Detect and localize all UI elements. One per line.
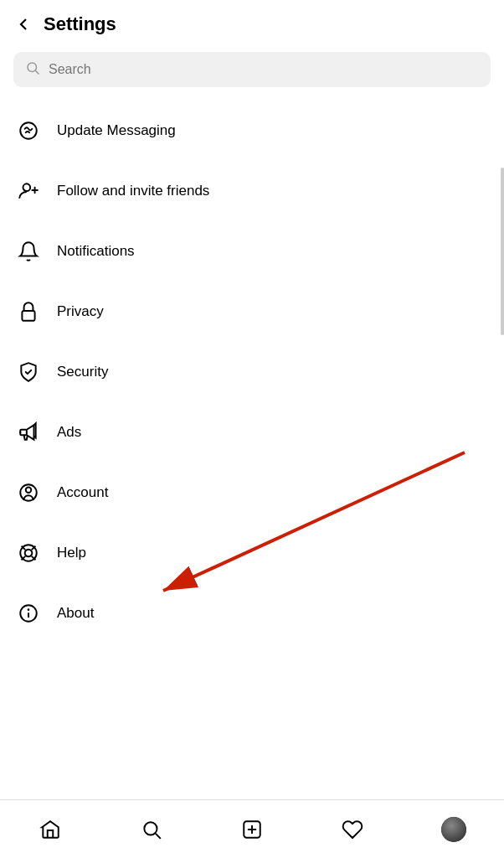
settings-item-help[interactable]: Help [0,523,504,583]
avatar [441,817,466,842]
nav-heart[interactable] [327,809,378,850]
bell-icon [13,236,44,266]
add-person-icon [13,176,44,206]
settings-item-notifications[interactable]: Notifications [0,221,504,282]
svg-point-3 [23,183,31,191]
svg-point-2 [20,122,37,139]
settings-item-update-messaging[interactable]: Update Messaging [0,101,504,161]
settings-item-privacy[interactable]: Privacy [0,282,504,342]
settings-item-label: Security [57,364,108,380]
svg-rect-7 [20,430,27,436]
settings-item-label: Account [57,484,108,501]
scrollbar [501,168,504,335]
info-circle-icon [13,598,44,628]
home-icon [39,819,61,840]
header: Settings [0,0,504,45]
settings-item-account[interactable]: Account [0,463,504,523]
settings-list: Update Messaging Follow and invite frien… [0,101,504,644]
search-icon [25,60,40,79]
settings-item-about[interactable]: About [0,583,504,644]
svg-point-9 [26,488,32,494]
svg-rect-6 [22,311,34,321]
nav-search[interactable] [126,809,177,850]
settings-item-label: Follow and invite friends [57,183,209,199]
settings-item-label: Privacy [57,303,104,320]
add-icon [241,819,263,840]
page-title: Settings [44,13,116,35]
lock-icon [13,297,44,327]
settings-item-label: Notifications [57,243,135,260]
search-bar[interactable] [13,52,491,87]
settings-item-label: Update Messaging [57,122,176,139]
nav-add[interactable] [227,809,277,850]
heart-icon [342,819,363,840]
svg-line-1 [35,70,39,74]
person-circle-icon [13,478,44,508]
settings-item-security[interactable]: Security [0,342,504,402]
lifebuoy-icon [13,538,44,568]
nav-profile[interactable] [429,809,479,850]
settings-item-follow-invite-friends[interactable]: Follow and invite friends [0,161,504,221]
svg-line-22 [155,833,160,838]
messaging-icon [13,116,44,146]
nav-home[interactable] [25,809,75,850]
settings-item-ads[interactable]: Ads [0,402,504,463]
back-button[interactable] [13,14,33,34]
search-input[interactable] [49,62,479,77]
search-nav-icon [141,819,162,840]
svg-point-21 [144,822,157,835]
settings-item-label: Ads [57,424,81,441]
settings-item-label: Help [57,545,86,561]
shield-icon [13,357,44,387]
svg-point-11 [25,550,33,557]
bottom-nav [0,799,504,858]
settings-item-label: About [57,605,94,622]
megaphone-icon [13,417,44,447]
svg-point-0 [28,63,37,72]
